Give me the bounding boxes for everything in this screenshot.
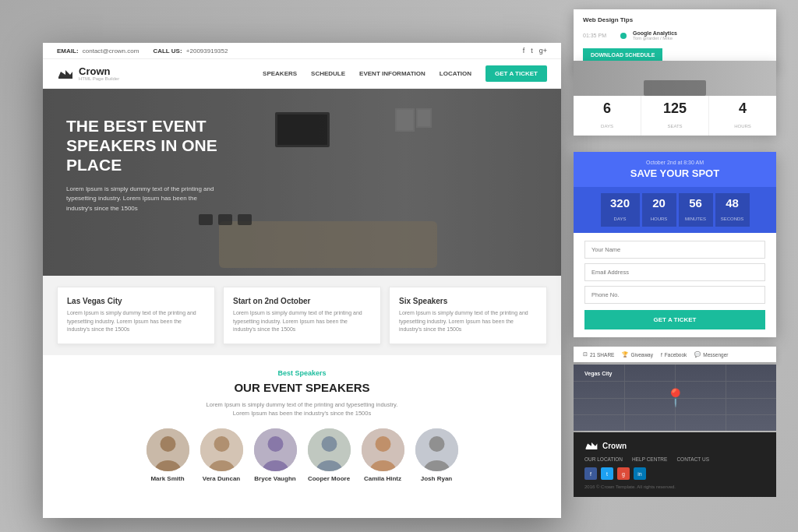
countdown-days-num: 320 (606, 196, 634, 210)
facebook-item[interactable]: f Facebook (661, 352, 687, 358)
hero-title: THE BEST EVENTSPEAKERS IN ONE PLACE (66, 116, 261, 175)
section-title: OUR EVENT SPEAKERS (58, 381, 546, 394)
email-info: EMAIL: contact@crown.com (57, 48, 139, 55)
get-ticket-form-button[interactable]: GET A TICKET (584, 310, 765, 329)
schedule-dot-1 (620, 33, 627, 39)
download-schedule-button[interactable]: DOWNLOAD SCHEDULE (583, 48, 662, 62)
giveaway-item[interactable]: 🏆 Giveaway (622, 351, 653, 358)
map-pin-icon: 📍 (665, 388, 686, 408)
nav-schedule[interactable]: SCHEDULE (311, 70, 345, 77)
contact-info: EMAIL: contact@crown.com CALL US: +20093… (57, 48, 228, 55)
footer-social-row: f t g in (584, 467, 765, 480)
footer-link-help[interactable]: HELP CENTRE (632, 456, 667, 462)
countdown-hours: 20 Hours (642, 193, 676, 227)
nav-event-info[interactable]: EVENT INFORMATION (359, 70, 425, 77)
speaker-3: Bryce Vaughn (254, 428, 297, 482)
speaker-1: Mark Smith (147, 428, 189, 482)
footer-link-contact[interactable]: CONTACT US (676, 456, 709, 462)
stats-row: 6 DAYS 125 SEATS 4 HOURS (574, 96, 776, 136)
stat-hours-label: HOURS (734, 124, 751, 129)
share-item[interactable]: ⊡ 21 SHARE (583, 351, 614, 358)
countdown-seconds-num: 48 (721, 196, 744, 210)
speaker-2-name: Vera Duncan (203, 475, 240, 482)
schedule-sub: Tom girardet / Mike (633, 36, 677, 41)
countdown-form-panel: October 2nd at 8:30 AM SAVE YOUR SPOT 32… (574, 152, 776, 337)
svg-point-10 (321, 436, 337, 452)
speaker-3-avatar (254, 428, 297, 471)
social-strip: ⊡ 21 SHARE 🏆 Giveaway f Facebook 💬 Messe… (574, 347, 776, 362)
nav-bar: Crown HTML Page Builder SPEAKERS SCHEDUL… (43, 59, 561, 89)
footer-panel: Crown OUR LOCATION HELP CENTRE CONTACT U… (574, 432, 776, 497)
speaker-4-name: Cooper Moore (308, 475, 350, 482)
card-1-text: Lorem Ipsum is simply dummy text of the … (67, 309, 205, 334)
email-label: EMAIL: (57, 48, 79, 55)
hero-content: THE BEST EVENTSPEAKERS IN ONE PLACE Lore… (43, 89, 561, 230)
main-mockup: EMAIL: contact@crown.com CALL US: +20093… (43, 43, 561, 518)
hero-description: Lorem Ipsum is simply dummy text of the … (66, 185, 222, 214)
stat-days: 6 DAYS (574, 96, 641, 136)
call-info: CALL US: +20093919352 (153, 48, 228, 55)
nav-location[interactable]: LOCATION (440, 70, 471, 77)
countdown-header: October 2nd at 8:30 AM SAVE YOUR SPOT (574, 152, 776, 187)
stat-seats-label: SEATS (667, 124, 682, 129)
speaker-2-avatar (200, 428, 243, 471)
giveaway-icon: 🏆 (622, 351, 628, 358)
facebook-icon[interactable]: f (523, 47, 525, 55)
countdown-days-label: Days (614, 217, 627, 221)
nav-speakers[interactable]: SPEAKERS (263, 70, 297, 77)
footer-in-button[interactable]: in (634, 467, 646, 480)
speaker-5: Camila Hintz (362, 428, 404, 482)
footer-logo-row: Crown (584, 440, 765, 451)
google-icon[interactable]: g+ (539, 47, 547, 55)
share-icon: ⊡ (583, 351, 588, 358)
speakers-row: Mark Smith Vera Duncan Bryce Vaughn (58, 428, 546, 482)
messenger-icon: 💬 (694, 351, 701, 358)
speaker-1-name: Mark Smith (150, 475, 184, 482)
footer-crown-icon (584, 440, 598, 451)
messenger-item[interactable]: 💬 Messenger (694, 351, 728, 358)
footer-copyright: 2016 © Crown Template. All rights reserv… (584, 484, 765, 489)
logo-area: Crown HTML Page Builder (57, 66, 119, 81)
facebook-text: Facebook (665, 352, 687, 358)
footer-logo-text: Crown (602, 442, 627, 450)
stat-seats: 125 SEATS (641, 96, 709, 136)
email-input[interactable] (584, 263, 765, 281)
giveaway-text: Giveaway (630, 352, 653, 358)
schedule-panel: Web Design Tips 01:35 PM Google Analytic… (574, 9, 776, 69)
feature-card-3: Six Speakers Lorem Ipsum is simply dummy… (389, 287, 547, 344)
stats-panel: 6 DAYS 125 SEATS 4 HOURS (574, 61, 776, 136)
speaker-1-avatar (147, 428, 189, 471)
countdown-cta-text: SAVE YOUR SPOT (584, 167, 765, 179)
logo-name: Crown (79, 66, 119, 76)
crown-logo-icon (57, 68, 74, 80)
footer-g-button[interactable]: g (617, 467, 630, 480)
feature-cards-section: Las Vegas City Lorem Ipsum is simply dum… (43, 276, 561, 355)
feature-card-2: Start on 2nd October Lorem Ipsum is simp… (223, 287, 381, 344)
feature-card-1: Las Vegas City Lorem Ipsum is simply dum… (57, 287, 215, 344)
footer-fb-button[interactable]: f (584, 467, 597, 480)
countdown-numbers: 320 Days 20 Hours 56 Minutes 48 Seconds (574, 187, 776, 233)
section-description: Lorem Ipsum is simply dummy text of the … (147, 400, 458, 418)
logo-text-group: Crown HTML Page Builder (79, 66, 119, 81)
countdown-minutes-num: 56 (684, 196, 708, 210)
footer-link-location[interactable]: OUR LOCATION (584, 456, 623, 462)
speaker-6-avatar (415, 428, 458, 471)
schedule-event-info: Google Analytics Tom girardet / Mike (633, 30, 677, 41)
messenger-text: Messenger (703, 352, 728, 358)
stat-hours-num: 4 (712, 100, 773, 117)
svg-point-4 (214, 436, 229, 452)
top-bar: EMAIL: contact@crown.com CALL US: +20093… (43, 43, 561, 59)
phone-input[interactable] (584, 286, 765, 304)
map-label: Vegas City (584, 371, 612, 376)
footer-tw-button[interactable]: t (601, 467, 613, 480)
registration-form: GET A TICKET (574, 233, 776, 337)
section-label: Best Speakers (58, 369, 546, 377)
name-input[interactable] (584, 241, 765, 259)
svg-point-7 (267, 436, 283, 452)
twitter-icon[interactable]: t (531, 47, 533, 55)
svg-point-13 (375, 436, 390, 452)
countdown-date: October 2nd at 8:30 AM (584, 160, 765, 165)
nav-links: SPEAKERS SCHEDULE EVENT INFORMATION LOCA… (263, 65, 547, 82)
card-2-title: Start on 2nd October (233, 297, 371, 305)
get-ticket-nav-button[interactable]: GET A TICKET (486, 65, 547, 82)
